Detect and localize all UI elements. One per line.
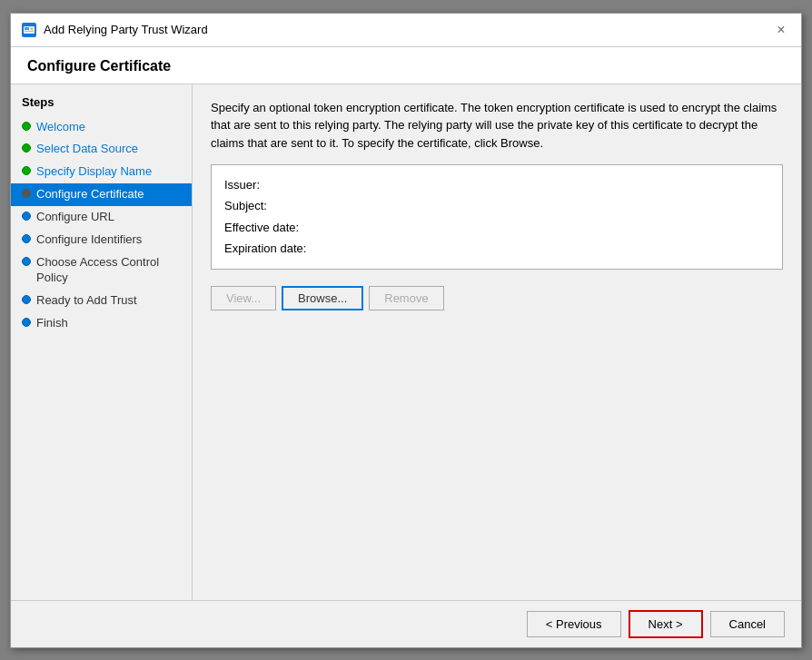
content-area: Steps Welcome Select Data Source Specify… [11,84,801,600]
sidebar-item-finish[interactable]: Finish [11,312,192,335]
main-content: Specify an optional token encryption cer… [193,84,801,600]
sidebar: Steps Welcome Select Data Source Specify… [11,84,193,600]
footer: < Previous Next > Cancel [11,600,801,647]
step-dot-cert [22,189,31,198]
step-dot-finish [22,318,31,327]
step-dot-access [22,257,31,266]
step-dot-display [22,166,31,175]
view-button[interactable]: View... [211,286,276,310]
cert-issuer-label: Issuer: [224,174,260,195]
sidebar-item-specify-display-name[interactable]: Specify Display Name [11,161,192,183]
next-button[interactable]: Next > [629,610,703,638]
step-label-access: Choose Access Control Policy [36,255,181,286]
steps-header: Steps [11,95,192,116]
step-label-ready: Ready to Add Trust [36,293,137,309]
svg-point-3 [31,27,34,30]
cancel-button[interactable]: Cancel [710,611,785,637]
close-button[interactable]: × [772,21,790,39]
step-label-finish: Finish [36,316,68,331]
sidebar-item-choose-access[interactable]: Choose Access Control Policy [11,251,192,290]
sidebar-item-ready[interactable]: Ready to Add Trust [11,290,192,312]
sidebar-item-configure-certificate[interactable]: Configure Certificate [11,183,192,206]
browse-button[interactable]: Browse... [282,286,363,310]
svg-rect-2 [25,27,29,30]
sidebar-item-configure-identifiers[interactable]: Configure Identifiers [11,229,192,251]
cert-expiration-row: Expiration date: [224,238,769,259]
previous-button[interactable]: < Previous [527,611,621,637]
title-bar: Add Relying Party Trust Wizard × [11,14,801,47]
cert-expiration-label: Expiration date: [224,238,306,259]
page-title: Configure Certificate [11,47,801,84]
sidebar-item-select-data-source[interactable]: Select Data Source [11,138,192,161]
step-dot-welcome [22,122,31,131]
step-label-identifiers: Configure Identifiers [36,232,142,248]
title-bar-left: Add Relying Party Trust Wizard [22,23,208,37]
cert-effective-label: Effective date: [224,217,299,238]
cert-action-buttons: View... Browse... Remove [211,286,783,310]
svg-rect-4 [25,31,34,32]
sidebar-item-configure-url[interactable]: Configure URL [11,206,192,229]
step-label-url: Configure URL [36,210,114,225]
wizard-icon [22,23,36,37]
cert-subject-label: Subject: [224,195,267,216]
wizard-window: Add Relying Party Trust Wizard × Configu… [10,13,802,648]
cert-issuer-row: Issuer: [224,174,769,195]
remove-button[interactable]: Remove [369,286,443,310]
step-label-welcome: Welcome [36,120,85,135]
description-text: Specify an optional token encryption cer… [211,99,783,153]
window-title: Add Relying Party Trust Wizard [44,23,208,36]
cert-effective-row: Effective date: [224,217,769,238]
step-dot-ready [22,295,31,304]
sidebar-item-welcome[interactable]: Welcome [11,116,192,139]
step-label-cert: Configure Certificate [36,187,144,202]
step-label-display: Specify Display Name [36,164,152,180]
cert-subject-row: Subject: [224,195,769,216]
step-dot-select [22,143,31,153]
certificate-info-box: Issuer: Subject: Effective date: Expirat… [211,164,783,270]
step-dot-identifiers [22,234,31,243]
step-dot-url [22,212,31,221]
step-label-select: Select Data Source [36,142,138,157]
